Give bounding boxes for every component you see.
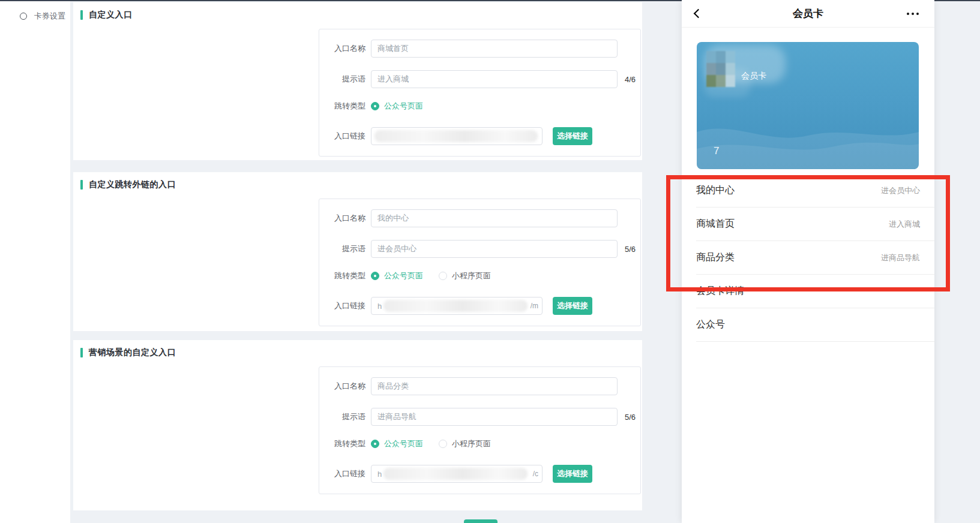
choose-link-button[interactable]: 选择链接 (553, 127, 592, 145)
menu-item-label: 我的中心 (696, 184, 735, 197)
jump-type-option[interactable]: 小程序页面 (439, 270, 491, 281)
sidebar: 卡券设置 (0, 1, 70, 523)
tip-label: 提示语 (319, 411, 365, 422)
menu-item-hint: 进入商城 (889, 219, 920, 230)
radio-selected-icon[interactable] (371, 272, 379, 280)
menu-item-label: 会员卡详情 (696, 285, 744, 297)
entry-link-input[interactable]: h /m (371, 297, 543, 315)
link-suffix: /c (533, 470, 538, 478)
entry-form-panel: 入口名称 商城首页 提示语 进入商城 4/6 跳转类型 公众号页面 入口链接 (319, 29, 641, 157)
entry-name-row: 入口名称 我的中心 (319, 209, 640, 227)
tip-input[interactable]: 进入商城 (371, 70, 618, 88)
entry-link-row: 入口链接 选择链接 (319, 127, 640, 145)
tip-row: 提示语 进会员中心 5/6 (319, 240, 640, 258)
form-section: 自定义跳转外链的入口 入口名称 我的中心 提示语 进会员中心 5/6 跳转类型 … (73, 172, 642, 331)
entry-name-label: 入口名称 (319, 213, 365, 224)
form-section: 自定义入口 入口名称 商城首页 提示语 进入商城 4/6 跳转类型 公众号页面 (73, 2, 642, 160)
link-suffix: /m (531, 302, 538, 310)
jump-type-option-label: 公众号页面 (384, 438, 423, 449)
pixelated-logo (706, 51, 735, 87)
preview-title: 会员卡 (793, 7, 823, 20)
membership-card: 会员卡 7 (697, 42, 919, 169)
radio-selected-icon[interactable] (371, 440, 379, 448)
jump-type-option[interactable]: 公众号页面 (371, 270, 423, 281)
radio-unselected-icon[interactable] (439, 272, 447, 280)
link-prefix: h (377, 470, 382, 479)
char-counter: 5/6 (625, 413, 636, 422)
tip-label: 提示语 (319, 74, 365, 85)
radio-circle-icon (20, 13, 27, 20)
jump-type-option[interactable]: 小程序页面 (439, 438, 491, 449)
save-button-partial[interactable] (464, 519, 498, 523)
menu-item-label: 公众号 (696, 318, 725, 331)
entry-name-row: 入口名称 商城首页 (319, 40, 640, 58)
menu-item-hint: 进会员中心 (881, 185, 920, 196)
link-prefix: h (377, 302, 382, 311)
section-title: 营销场景的自定义入口 (89, 347, 176, 358)
jump-type-option[interactable]: 公众号页面 (371, 438, 423, 449)
tip-row: 提示语 进商品导航 5/6 (319, 408, 640, 426)
blurred-url (374, 130, 538, 142)
jump-type-label: 跳转类型 (319, 101, 365, 112)
ellipsis-icon[interactable] (904, 0, 919, 28)
radio-unselected-icon[interactable] (439, 440, 447, 448)
tip-input[interactable]: 进商品导航 (371, 408, 618, 426)
char-counter: 5/6 (625, 245, 636, 254)
jump-type-row: 跳转类型 公众号页面小程序页面 (319, 270, 640, 281)
choose-link-button[interactable]: 选择链接 (553, 465, 592, 483)
entry-link-input[interactable] (371, 127, 543, 145)
choose-link-button[interactable]: 选择链接 (553, 297, 592, 315)
chevron-left-icon[interactable] (694, 9, 703, 19)
tip-input[interactable]: 进会员中心 (371, 240, 618, 258)
entry-link-row: 入口链接 h /m 选择链接 (319, 297, 640, 315)
entry-name-input[interactable]: 我的中心 (371, 209, 618, 227)
jump-type-options: 公众号页面 (371, 101, 439, 112)
char-counter: 4/6 (625, 75, 636, 84)
tip-value: 进商品导航 (377, 411, 416, 422)
section-header: 营销场景的自定义入口 (73, 347, 642, 358)
menu-item[interactable]: 商品分类 进商品导航 (696, 241, 934, 275)
jump-type-row: 跳转类型 公众号页面小程序页面 (319, 438, 640, 449)
jump-type-option-label: 公众号页面 (384, 270, 423, 281)
tip-row: 提示语 进入商城 4/6 (319, 70, 640, 88)
jump-type-label: 跳转类型 (319, 438, 365, 449)
entry-link-input[interactable]: h /c (371, 465, 543, 483)
entry-link-label: 入口链接 (319, 300, 365, 311)
section-accent-bar (80, 10, 83, 20)
section-header: 自定义入口 (73, 10, 642, 20)
entry-link-row: 入口链接 h /c 选择链接 (319, 465, 640, 483)
jump-type-label: 跳转类型 (319, 270, 365, 281)
jump-type-option-label: 小程序页面 (452, 438, 491, 449)
tip-value: 进会员中心 (377, 244, 416, 254)
jump-type-options: 公众号页面小程序页面 (371, 270, 507, 281)
menu-item-label: 商城首页 (696, 218, 735, 230)
menu-item[interactable]: 会员卡详情 (696, 275, 934, 308)
section-title: 自定义跳转外链的入口 (89, 179, 176, 190)
menu-item[interactable]: 我的中心 进会员中心 (696, 174, 934, 208)
card-number: 7 (714, 145, 719, 157)
blurred-url (383, 468, 528, 480)
sidebar-item-card-coupon-settings[interactable]: 卡券设置 (0, 1, 70, 22)
entry-link-label: 入口链接 (319, 131, 365, 142)
entry-name-label: 入口名称 (319, 43, 365, 54)
section-accent-bar (80, 180, 83, 190)
menu-item-label: 商品分类 (696, 251, 735, 264)
entry-name-value: 商品分类 (377, 381, 409, 392)
entry-name-value: 我的中心 (377, 213, 409, 224)
form-section: 营销场景的自定义入口 入口名称 商品分类 提示语 进商品导航 5/6 跳转类型 … (73, 340, 642, 510)
entry-name-row: 入口名称 商品分类 (319, 377, 640, 395)
menu-item[interactable]: 商城首页 进入商城 (696, 208, 934, 241)
jump-type-option-label: 公众号页面 (384, 101, 423, 112)
section-header: 自定义跳转外链的入口 (73, 179, 642, 190)
entry-name-input[interactable]: 商城首页 (371, 40, 618, 58)
entry-form-panel: 入口名称 商品分类 提示语 进商品导航 5/6 跳转类型 公众号页面小程序页面 … (319, 366, 641, 494)
entry-name-input[interactable]: 商品分类 (371, 377, 618, 395)
jump-type-options: 公众号页面小程序页面 (371, 438, 507, 449)
entry-form-panel: 入口名称 我的中心 提示语 进会员中心 5/6 跳转类型 公众号页面小程序页面 … (319, 199, 641, 326)
jump-type-option[interactable]: 公众号页面 (371, 101, 423, 112)
radio-selected-icon[interactable] (371, 102, 379, 110)
form-column: 自定义入口 入口名称 商城首页 提示语 进入商城 4/6 跳转类型 公众号页面 (73, 2, 642, 510)
jump-type-row: 跳转类型 公众号页面 (319, 101, 640, 112)
menu-item[interactable]: 公众号 (696, 308, 934, 342)
card-menu-list: 我的中心 进会员中心 商城首页 进入商城 商品分类 进商品导航 会员卡详情 公众… (682, 174, 934, 342)
